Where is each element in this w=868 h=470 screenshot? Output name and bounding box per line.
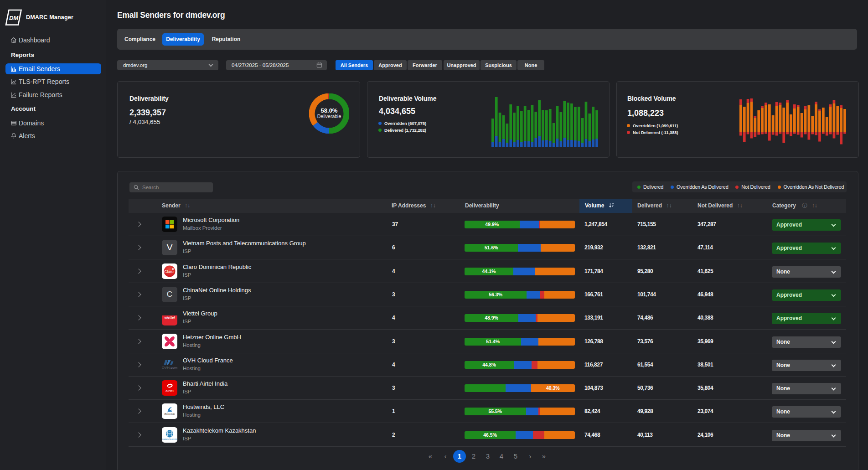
- svg-text:OVH.com: OVH.com: [162, 366, 177, 370]
- svg-text:airtel: airtel: [165, 389, 174, 393]
- svg-text:Claro: Claro: [164, 269, 174, 274]
- svg-text:KAZAKHTELECOM: KAZAKHTELECOM: [162, 439, 177, 440]
- svg-text:Hostwinds: Hostwinds: [164, 413, 175, 415]
- svg-text:DM: DM: [9, 15, 19, 21]
